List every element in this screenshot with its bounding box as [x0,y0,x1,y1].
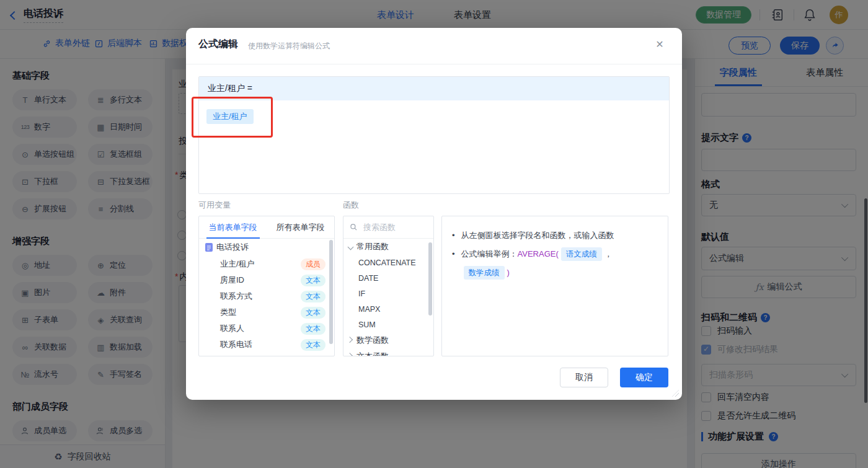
variable-row-contact-method[interactable]: 联系方式 文本 [199,288,334,304]
variables-panel: 当前表单字段 所有表单字段 电话投诉 业主/租户 成员 房屋ID 文本 联系方式… [198,216,335,356]
tab-all-form-fields[interactable]: 所有表单字段 [267,216,334,238]
variable-row-house-id[interactable]: 房屋ID 文本 [199,272,334,288]
variables-tabs: 当前表单字段 所有表单字段 [199,216,334,239]
function-item-mapx[interactable]: MAPX [343,301,433,317]
type-badge-text: 文本 [301,291,326,302]
chevron-down-icon [348,244,354,250]
variable-row-contact-phone[interactable]: 联系电话 文本 [199,337,334,353]
type-badge-member: 成员 [301,258,326,270]
functions-label: 函数 [343,200,359,211]
type-badge-text: 文本 [301,323,326,335]
example-field-tag: 语文成绩 [561,247,602,261]
function-search [343,216,433,239]
variable-row-owner[interactable]: 业主/租户 成员 [199,256,334,272]
variable-row-type[interactable]: 类型 文本 [199,304,334,320]
function-group-common[interactable]: 常用函数 [343,239,433,255]
variables-label: 可用变量 [198,200,231,211]
function-item-date[interactable]: DATE [343,270,433,286]
chevron-right-icon [347,353,353,356]
functions-panel: 常用函数 CONCATENATE DATE IF MAPX SUM 数学函数 文… [343,216,434,356]
help-example: 公式编辑举例：AVERAGE(语文成绩，数学成绩) [461,245,658,282]
divider [186,64,682,64]
example-field-tag: 数学成绩 [464,266,505,280]
variables-scrollbar-thumb[interactable] [329,240,333,344]
tree-root-form[interactable]: 电话投诉 [199,239,334,256]
variable-row-contact-person[interactable]: 联系人 文本 [199,320,334,337]
function-group-math[interactable]: 数学函数 [343,332,433,348]
help-panel: 从左侧面板选择字段名和函数，或输入函数 公式编辑举例：AVERAGE(语文成绩，… [441,216,668,356]
function-search-input[interactable] [362,222,427,232]
average-function-text: AVERAGE( [518,249,559,258]
dialog-title: 公式编辑 [198,38,238,51]
type-badge-text: 文本 [301,307,326,319]
annotation-red-box [192,97,273,138]
search-icon [350,223,358,231]
function-item-concatenate[interactable]: CONCATENATE [343,255,433,270]
confirm-button[interactable]: 确定 [620,368,668,387]
functions-scrollbar-thumb[interactable] [428,242,432,316]
formula-edit-dialog: 公式编辑 使用数学运算符编辑公式 业主/租户 = 业主/租户 可用变量 当前表单… [186,28,682,400]
help-line-1: 从左侧面板选择字段名和函数，或输入函数 [452,226,658,245]
function-item-sum[interactable]: SUM [343,317,433,332]
tab-current-form-fields[interactable]: 当前表单字段 [199,216,267,238]
function-item-if[interactable]: IF [343,286,433,301]
chevron-right-icon [347,337,353,343]
dialog-subtitle: 使用数学运算符编辑公式 [248,41,330,51]
function-group-text[interactable]: 文本函数 [343,348,433,356]
cancel-button[interactable]: 取消 [560,368,608,387]
form-doc-icon [205,243,213,252]
form-designer-screen: 电话投诉 表单设计 表单设置 数据管理 [0,0,868,468]
resize-handle[interactable] [672,390,679,397]
type-badge-text: 文本 [301,339,326,351]
help-line-2: 公式编辑举例：AVERAGE(语文成绩，数学成绩) [452,245,658,282]
close-button[interactable] [651,35,668,53]
type-badge-text: 文本 [301,275,326,286]
